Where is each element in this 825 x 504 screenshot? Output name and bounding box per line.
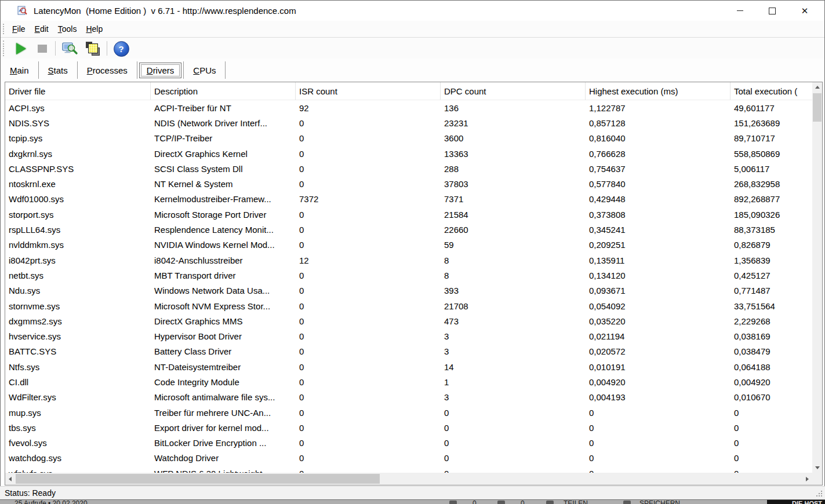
- table-row[interactable]: fvevol.sysBitLocker Drive Encryption ...…: [5, 436, 822, 451]
- column-header-description[interactable]: Description: [151, 82, 296, 100]
- table-cell: 13363: [441, 149, 586, 159]
- table-cell: 5,006117: [730, 164, 822, 174]
- table-cell: 0: [441, 453, 586, 463]
- table-cell: BATTC.SYS: [5, 346, 151, 356]
- table-row[interactable]: dxgmms2.sysDirectX Graphics MMS04730,035…: [5, 313, 822, 328]
- maximize-button[interactable]: [756, 1, 788, 21]
- table-cell: 0: [730, 469, 822, 473]
- table-cell: NDIS.SYS: [5, 118, 151, 128]
- table-row[interactable]: Wdf01000.sysKernelmodustreiber-Framew...…: [5, 192, 822, 207]
- column-header-isr-count[interactable]: ISR count: [296, 82, 441, 100]
- toolbar-separator: [107, 41, 107, 56]
- tab-main[interactable]: Main: [1, 63, 38, 78]
- menu-help[interactable]: Help: [81, 23, 107, 35]
- tab-bar: Main Stats Processes Drivers CPUs: [1, 59, 824, 82]
- table-row[interactable]: stornvme.sysMicrosoft NVM Express Stor..…: [5, 298, 822, 313]
- menu-tools[interactable]: Tools: [53, 23, 82, 35]
- table-cell: 0,577840: [586, 179, 730, 189]
- scroll-left-button[interactable]: [5, 473, 15, 485]
- table-row[interactable]: tbs.sysExport driver for kernel mod...00…: [5, 420, 822, 435]
- table-row[interactable]: ACPI.sysACPI-Treiber für NT921361,122787…: [5, 100, 822, 115]
- table-row[interactable]: mup.sysTreiber für mehrere UNC-An...0000: [5, 405, 822, 420]
- menu-items: File Edit Tools Help: [8, 21, 107, 37]
- table-row[interactable]: storport.sysMicrosoft Storage Port Drive…: [5, 207, 822, 222]
- help-button[interactable]: ?: [112, 40, 130, 57]
- table-cell: i8042prt.sys: [5, 255, 151, 265]
- tab-processes[interactable]: Processes: [78, 63, 137, 78]
- options-button[interactable]: [61, 40, 78, 57]
- table-cell: 12: [296, 255, 441, 265]
- table-cell: SCSI Class System Dll: [151, 164, 296, 174]
- tab-cpus[interactable]: CPUs: [184, 63, 225, 78]
- table-row[interactable]: hvservice.sysHypervisor Boot Driver030,0…: [5, 328, 822, 344]
- table-cell: 0,373808: [586, 210, 730, 220]
- table-row[interactable]: NDIS.SYSNDIS (Network Driver Interf...02…: [5, 115, 822, 130]
- table-row[interactable]: netbt.sysMBT Transport driver080,1341200…: [5, 268, 822, 283]
- start-monitor-button[interactable]: [12, 40, 30, 57]
- table-cell: 1: [441, 377, 586, 387]
- scroll-down-button[interactable]: [812, 463, 822, 473]
- table-cell: 8: [441, 271, 586, 280]
- table-cell: 0,425127: [730, 271, 822, 280]
- resize-grip-icon[interactable]: [816, 490, 823, 497]
- vertical-scrollbar-thumb[interactable]: [813, 93, 822, 122]
- table-row[interactable]: tcpip.sysTCP/IP-Treiber036000,81604089,7…: [5, 131, 822, 146]
- thumbs-down-icon[interactable]: [497, 501, 505, 504]
- scroll-right-button[interactable]: [802, 473, 812, 485]
- table-row[interactable]: WdFilter.sysMicrosoft antimalware file s…: [5, 390, 822, 405]
- stop-monitor-button[interactable]: [34, 40, 51, 57]
- table-row[interactable]: nvlddmkm.sysNVIDIA Windows Kernel Mod...…: [5, 238, 822, 253]
- share-label[interactable]: TEILEN: [564, 499, 588, 504]
- vertical-scrollbar[interactable]: [812, 82, 822, 473]
- table-cell: 0,054092: [586, 301, 730, 311]
- scroll-up-button[interactable]: [812, 82, 822, 92]
- table-row[interactable]: CI.dllCode Integrity Module010,0049200,0…: [5, 374, 822, 389]
- table-row[interactable]: Ntfs.sysNT-Dateisystemtreiber0140,010191…: [5, 359, 822, 374]
- table-row[interactable]: dxgkrnl.sysDirectX Graphics Kernel013363…: [5, 146, 822, 161]
- title-bar: LatencyMon (Home Edition ) v 6.71 - http…: [1, 1, 824, 21]
- column-header-dpc-count[interactable]: DPC count: [441, 82, 586, 100]
- column-header-total-execution[interactable]: Total execution (: [730, 82, 822, 100]
- menu-file[interactable]: File: [8, 23, 30, 35]
- close-button[interactable]: ✕: [788, 1, 821, 21]
- table-cell: 0,010670: [730, 392, 822, 402]
- table-cell: Hypervisor Boot Driver: [151, 331, 296, 341]
- horizontal-scrollbar-thumb[interactable]: [16, 474, 380, 484]
- play-icon: [16, 43, 26, 54]
- table-cell: 0: [296, 164, 441, 174]
- table-cell: Microsoft Storage Port Driver: [151, 210, 296, 220]
- menu-edit[interactable]: Edit: [30, 23, 53, 35]
- table-cell: 0,020572: [586, 346, 730, 356]
- horizontal-scrollbar[interactable]: [5, 473, 812, 485]
- column-header-highest-execution[interactable]: Highest execution (ms): [586, 82, 730, 100]
- table-row[interactable]: BATTC.SYSBattery Class Driver030,0205720…: [5, 344, 822, 359]
- table-cell: 0,754637: [586, 164, 730, 174]
- table-cell: 0: [296, 286, 441, 295]
- save-icon[interactable]: [623, 501, 631, 504]
- table-header: Driver file Description ISR count DPC co…: [5, 82, 822, 100]
- thumbs-up-icon[interactable]: [449, 501, 457, 504]
- tab-stats[interactable]: Stats: [39, 63, 77, 78]
- table-row[interactable]: ntoskrnl.exeNT Kernel & System0378030,57…: [5, 176, 822, 191]
- table-row[interactable]: rspLLL64.sysResplendence Latency Monit..…: [5, 222, 822, 237]
- table-row[interactable]: watchdog.sysWatchdog Driver0000: [5, 451, 822, 466]
- column-header-driver-file[interactable]: Driver file: [5, 82, 151, 100]
- table-cell: 0: [296, 453, 441, 463]
- save-label[interactable]: SPEICHERN: [639, 499, 680, 504]
- copy-report-button[interactable]: [84, 40, 101, 57]
- table-cell: 1,356839: [730, 255, 822, 265]
- table-row[interactable]: CLASSPNP.SYSSCSI Class System Dll02880,7…: [5, 161, 822, 176]
- share-icon[interactable]: [546, 501, 554, 504]
- table-row[interactable]: wfplwfs.sysWFP NDIS 6.30 Lightweight...0…: [5, 466, 822, 473]
- tab-drivers[interactable]: Drivers: [139, 63, 182, 78]
- table-cell: ACPI.sys: [5, 103, 151, 113]
- table-row[interactable]: Ndu.sysWindows Network Data Usa...03930,…: [5, 283, 822, 298]
- table-cell: 0,093671: [586, 286, 730, 295]
- video-thumbnail: DIE HOST: [767, 500, 825, 504]
- table-row[interactable]: i8042prt.sysi8042-Anschlusstreiber1280,1…: [5, 253, 822, 268]
- table-cell: Battery Class Driver: [151, 346, 296, 356]
- minimize-button[interactable]: [724, 1, 756, 21]
- table-cell: Microsoft NVM Express Stor...: [151, 301, 296, 311]
- table-cell: 0,004920: [586, 377, 730, 387]
- table-cell: 0,035220: [586, 316, 730, 326]
